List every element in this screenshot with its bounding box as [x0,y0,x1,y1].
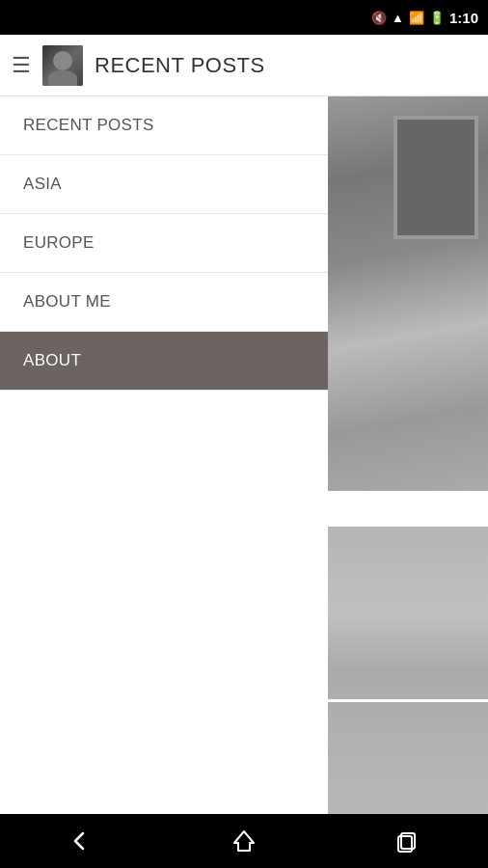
bg-image-bottom [328,527,488,814]
sidebar-item-asia[interactable]: ASIA [0,155,328,214]
avatar-image [42,45,83,86]
bottom-nav [0,814,488,868]
nav-drawer: RECENT POSTS ASIA EUROPE ABOUT ME ABOUT [0,96,328,814]
wifi-icon: ▲ [392,11,404,25]
status-bar: 🔇 ▲ 📶 🔋 1:10 [0,0,488,35]
app-bar: ☰ RECENT POSTS [0,35,488,96]
home-button[interactable] [163,827,326,854]
background-image-area [328,96,488,814]
avatar [42,45,83,86]
battery-icon: 🔋 [429,11,445,25]
bg-image-top [328,96,488,491]
svg-marker-0 [234,831,254,851]
sidebar-item-about[interactable]: ABOUT [0,332,328,391]
sidebar-item-recent-posts[interactable]: RECENT POSTS [0,96,328,155]
menu-icon[interactable]: ☰ [12,53,31,78]
mute-icon: 🔇 [371,11,387,25]
bg-image-divider [328,699,488,702]
bg-image-gap [328,491,488,527]
status-icons: 🔇 ▲ 📶 🔋 1:10 [371,10,478,26]
main-content: RECENT POSTS ASIA EUROPE ABOUT ME ABOUT [0,96,488,814]
app-title: RECENT POSTS [95,53,265,78]
nav-empty-space [0,391,328,814]
sidebar-item-about-me[interactable]: ABOUT ME [0,273,328,332]
signal-icon: 📶 [409,11,424,25]
status-time: 1:10 [449,10,478,26]
sidebar-item-europe[interactable]: EUROPE [0,214,328,273]
back-button[interactable] [0,827,163,854]
recents-button[interactable] [325,827,488,854]
